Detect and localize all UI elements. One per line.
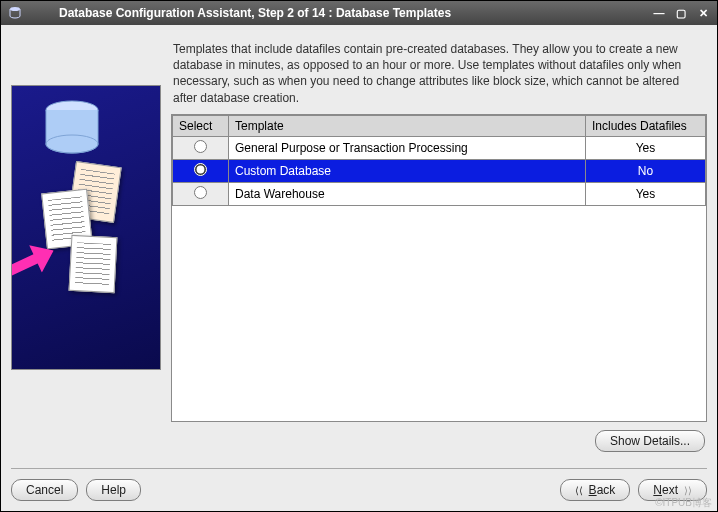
col-includes: Includes Datafiles [586,115,706,136]
chevron-right-icon: ⟩⟩ [684,485,692,496]
table-row[interactable]: Custom Database No [173,159,706,182]
template-name: Data Warehouse [229,182,586,205]
col-select: Select [173,115,229,136]
template-radio[interactable] [194,163,207,176]
close-button[interactable]: ✕ [695,5,711,21]
svg-point-0 [10,7,20,11]
template-includes: Yes [586,136,706,159]
template-radio[interactable] [194,186,207,199]
wizard-illustration [11,85,161,370]
template-name: Custom Database [229,159,586,182]
template-radio[interactable] [194,140,207,153]
template-name: General Purpose or Transaction Processin… [229,136,586,159]
table-row[interactable]: General Purpose or Transaction Processin… [173,136,706,159]
next-label: ext [662,483,678,497]
help-button[interactable]: Help [86,479,141,501]
template-includes: No [586,159,706,182]
window-title: Database Configuration Assistant, Step 2… [29,6,651,20]
titlebar: Database Configuration Assistant, Step 2… [1,1,717,25]
cancel-button[interactable]: Cancel [11,479,78,501]
maximize-button[interactable]: ▢ [673,5,689,21]
doc-icon [69,235,118,293]
col-template: Template [229,115,586,136]
template-includes: Yes [586,182,706,205]
templates-table: Select Template Includes Datafiles Gener… [171,114,707,422]
instruction-text: Templates that include datafiles contain… [171,35,707,114]
back-label: ack [597,483,616,497]
back-button[interactable]: ⟨⟨ Back [560,479,631,501]
app-icon [7,5,23,21]
show-details-button[interactable]: Show Details... [595,430,705,452]
watermark: ©ITPUB博客 [655,496,712,510]
wizard-footer: Cancel Help ⟨⟨ Back Next ⟩⟩ [1,469,717,511]
chevron-left-icon: ⟨⟨ [575,485,583,496]
table-row[interactable]: Data Warehouse Yes [173,182,706,205]
minimize-button[interactable]: — [651,5,667,21]
